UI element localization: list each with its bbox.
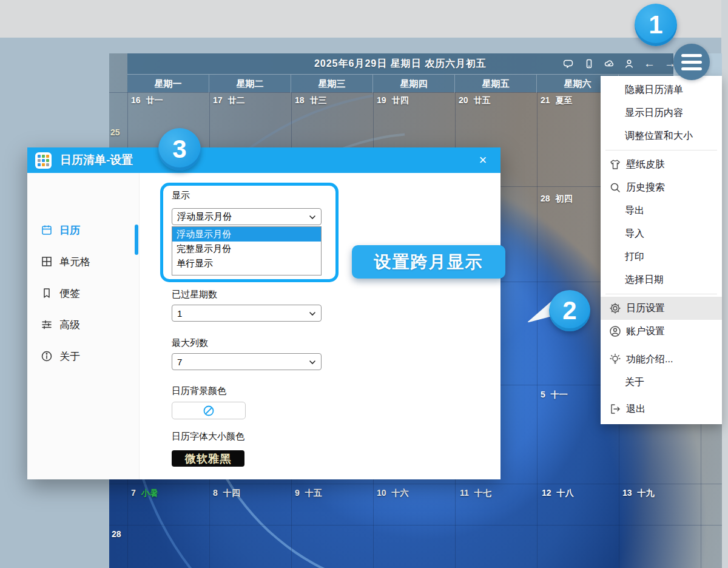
max-columns-label: 最大列数 (172, 337, 208, 349)
header-icons: ← → (564, 53, 677, 74)
app-icon-tile (46, 159, 49, 162)
bg-color-label: 日历背景颜色 (172, 385, 226, 397)
menu-item-hide-list[interactable]: 隐藏日历清单 (601, 78, 722, 101)
edge-date: 25 (110, 127, 120, 137)
max-columns-select[interactable]: 7 (172, 353, 322, 370)
font-label: 日历字体大小颜色 (172, 431, 244, 442)
date-cell[interactable]: 10十六 (377, 488, 409, 499)
display-option-list: 浮动显示月份 完整显示月份 单行显示 (172, 226, 322, 276)
menu-item-adjust-position[interactable]: 调整位置和大小 (601, 124, 722, 147)
weeks-passed-select[interactable]: 1 (172, 305, 322, 322)
dialog-title: 日历清单-设置 (60, 152, 133, 168)
app-icon-tile (46, 163, 49, 166)
top-strip (0, 0, 728, 38)
gear-icon (609, 302, 621, 314)
desktop: 2025年6月29日 星期日 农历六月初五 ← → 星期一 星期二 星期三 星期… (0, 0, 728, 568)
font-button[interactable]: 微软雅黑 (172, 450, 244, 467)
exit-icon (609, 403, 621, 415)
date-cell[interactable]: 9十五 (295, 488, 322, 499)
app-icon-tile (42, 155, 45, 158)
menu-item-print[interactable]: 打印 (601, 245, 722, 268)
current-date-text: 2025年6月29日 星期日 农历六月初五 (314, 58, 487, 70)
date-cell[interactable]: 16廿一 (131, 95, 163, 106)
badge-step-1: 1 (635, 4, 677, 46)
menu-item-about[interactable]: 关于 (601, 371, 722, 394)
active-tab-indicator (135, 225, 138, 255)
menu-item-history-search[interactable]: 历史搜索 (601, 176, 722, 199)
grid-icon (41, 255, 53, 268)
date-cell[interactable]: 13十九 (622, 488, 655, 499)
cloud-icon[interactable] (604, 58, 615, 69)
weekday-label: 星期三 (291, 75, 373, 93)
badge-step-3: 3 (158, 128, 201, 171)
app-icon (35, 152, 52, 169)
option-single-row[interactable]: 单行显示 (172, 256, 321, 271)
weeks-passed-label: 已过星期数 (172, 289, 217, 300)
menu-separator (605, 294, 717, 294)
close-button[interactable]: × (473, 147, 493, 173)
grid-line (109, 525, 722, 526)
sidebar-item-about[interactable]: 关于 (27, 340, 139, 372)
shirt-icon (609, 158, 621, 171)
date-cell[interactable]: 20廿五 (459, 95, 491, 106)
date-cell[interactable]: 28初四 (541, 194, 573, 205)
menu-icon (681, 54, 702, 57)
display-select[interactable]: 浮动显示月份 (172, 208, 322, 225)
menu-icon (681, 61, 702, 64)
app-icon-tile (46, 155, 49, 158)
menu-item-export[interactable]: 导出 (601, 199, 722, 222)
menu-item-exit[interactable]: 退出 (601, 397, 722, 421)
app-icon-tile (38, 155, 41, 158)
menu-item-show-content[interactable]: 显示日历内容 (601, 101, 722, 124)
info-icon (41, 350, 53, 362)
no-color-icon (203, 405, 215, 417)
bg-color-button[interactable] (172, 402, 246, 419)
menu-item-pick-date[interactable]: 选择日期 (601, 268, 722, 291)
back-arrow-icon[interactable]: ← (644, 58, 655, 69)
sidebar-item-advanced[interactable]: 高级 (27, 309, 139, 340)
edge-date: 28 (112, 529, 121, 539)
weekday-label: 星期五 (455, 75, 537, 93)
weekday-row: 星期一 星期二 星期三 星期四 星期五 星期六 (127, 74, 673, 92)
chat-icon[interactable] (564, 58, 575, 69)
app-icon-tile (38, 163, 41, 166)
option-floating-month[interactable]: 浮动显示月份 (172, 227, 321, 242)
app-icon-tile (42, 163, 45, 166)
date-cell[interactable]: 5十一 (541, 390, 568, 401)
phone-icon[interactable] (584, 58, 595, 69)
menu-item-calendar-settings[interactable]: 日历设置 (601, 297, 722, 320)
bookmark-icon (41, 287, 53, 299)
grid-line (109, 484, 722, 484)
menu-item-wallpaper-skin[interactable]: 壁纸皮肤 (601, 153, 722, 176)
date-cell[interactable]: 21夏至 (541, 95, 573, 106)
app-icon-tile (42, 159, 45, 162)
badge-step-2: 2 (549, 290, 590, 331)
date-cell[interactable]: 18廿三 (295, 95, 327, 106)
option-full-month[interactable]: 完整显示月份 (172, 242, 321, 256)
callout-cross-month: 设置跨月显示 (352, 245, 505, 279)
sidebar-item-calendar[interactable]: 日历 (27, 214, 139, 246)
search-icon (609, 181, 621, 194)
menu-icon (681, 67, 702, 70)
date-cell[interactable]: 7小暑 (131, 488, 158, 499)
sidebar-item-notes[interactable]: 便签 (27, 277, 139, 309)
date-cell[interactable]: 12十八 (542, 488, 574, 499)
chevron-down-icon (309, 310, 316, 317)
dialog-titlebar: 日历清单-设置 × (27, 147, 500, 173)
menu-button[interactable] (673, 44, 710, 80)
menu-item-feature-intro[interactable]: 功能介绍... (601, 348, 722, 371)
settings-dialog: 日历清单-设置 × 日历 单元格 便签 高级 关于 显示 浮动显 (27, 147, 500, 479)
date-cell[interactable]: 17廿二 (213, 95, 245, 106)
user-icon[interactable] (624, 58, 635, 69)
right-strip (721, 0, 728, 568)
menu-item-import[interactable]: 导入 (601, 222, 722, 245)
date-cell[interactable]: 19廿四 (377, 95, 409, 106)
date-cell[interactable]: 8十四 (213, 488, 240, 499)
display-label: 显示 (172, 190, 190, 201)
date-cell[interactable]: 11十七 (460, 488, 491, 499)
menu-item-account-settings[interactable]: 账户设置 (601, 320, 722, 343)
sidebar-item-cell[interactable]: 单元格 (27, 246, 139, 277)
chevron-down-icon (309, 359, 316, 366)
calendar-header: 2025年6月29日 星期日 农历六月初五 ← → (127, 53, 673, 74)
dialog-sidebar: 日历 单元格 便签 高级 关于 (27, 173, 140, 479)
